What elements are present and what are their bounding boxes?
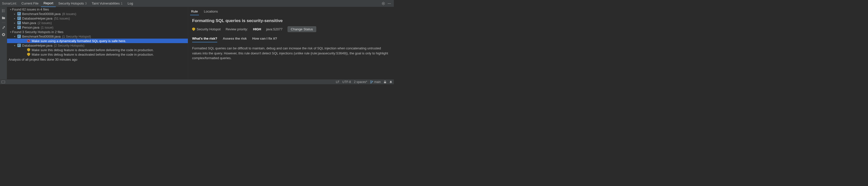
file-node[interactable]: ▸BenchmarkTest00008.java(8 issues) xyxy=(7,11,188,16)
issues-tree[interactable]: ▾Found 62 issues in 4 files▸BenchmarkTes… xyxy=(7,7,188,79)
node-label: BenchmarkTest00008.java xyxy=(22,12,61,16)
panel-label: SonarLint: xyxy=(2,1,17,5)
svg-point-5 xyxy=(370,82,371,83)
block-icon xyxy=(27,39,30,42)
node-label: Person.java xyxy=(22,26,39,29)
file-node[interactable]: ▸DatabaseHelper.java(51 issues) xyxy=(7,16,188,21)
cancel-icon[interactable] xyxy=(1,32,6,37)
node-label: Make sure using a dynamically formatted … xyxy=(32,39,126,43)
top-tab-security-hotspots[interactable]: Security Hotspots3 xyxy=(56,0,89,7)
svg-rect-7 xyxy=(384,82,386,83)
separator-icon xyxy=(2,23,5,23)
group-node[interactable]: ▾Found 62 issues in 4 files xyxy=(7,7,188,11)
folder-icon[interactable] xyxy=(1,15,6,20)
priority-value: HIGH xyxy=(253,27,261,31)
tree-view-icon[interactable] xyxy=(1,8,6,13)
top-tab-report[interactable]: Report xyxy=(41,0,56,7)
top-tab-taint-vulnerabilities[interactable]: Taint Vulnerabilities1 xyxy=(89,0,125,7)
sonarlint-tab-bar: SonarLint: Current FileReportSecurity Ho… xyxy=(0,0,394,7)
java-icon xyxy=(17,35,21,38)
expand-arrow[interactable]: ▸ xyxy=(13,22,16,24)
review-priority: Review priority: xyxy=(225,27,248,31)
tools-icon[interactable] xyxy=(1,25,6,30)
java-icon xyxy=(17,44,21,47)
expand-arrow[interactable]: ▸ xyxy=(13,26,16,29)
node-label: BenchmarkTest00008.java xyxy=(22,35,61,38)
change-status-button[interactable]: Change Status xyxy=(287,26,316,32)
node-meta: (51 issues) xyxy=(54,16,70,20)
tool-gutter xyxy=(0,7,7,79)
terminal-icon[interactable] xyxy=(1,81,5,83)
svg-point-0 xyxy=(2,9,3,10)
line-ending[interactable]: LF xyxy=(336,80,339,84)
sub-tab-what-s-the-risk-[interactable]: What's the risk? xyxy=(192,35,217,42)
rule-id: java:S2077 xyxy=(266,27,283,31)
file-node[interactable]: ▸Main.java(2 issues) xyxy=(7,21,188,25)
node-meta: (2 Security Hotspots) xyxy=(54,44,84,47)
svg-point-2 xyxy=(2,11,3,12)
node-label: Make sure this debug feature is deactiva… xyxy=(32,48,154,52)
java-icon xyxy=(17,16,21,20)
file-node[interactable]: ▸Person.java(1 issue) xyxy=(7,25,188,30)
expand-arrow[interactable]: ▾ xyxy=(13,35,16,38)
expand-arrow[interactable]: ▸ xyxy=(13,12,16,15)
rule-detail-panel: RuleLocations Formatting SQL queries is … xyxy=(188,7,394,79)
minimize-icon[interactable]: — xyxy=(387,1,392,6)
sub-tab-assess-the-risk[interactable]: Assess the risk xyxy=(223,35,247,42)
java-icon xyxy=(17,26,21,29)
svg-point-1 xyxy=(2,10,3,11)
node-label: Found 62 issues in 4 files xyxy=(12,7,49,11)
lock-icon[interactable] xyxy=(384,80,386,83)
expand-arrow[interactable]: ▸ xyxy=(13,17,16,20)
node-label: Found 3 Security Hotspots in 2 files xyxy=(12,30,64,34)
issue-item[interactable]: Make sure this debug feature is deactiva… xyxy=(7,52,188,57)
node-meta: (8 issues) xyxy=(62,12,76,16)
top-tab-current-file[interactable]: Current File xyxy=(19,0,41,7)
indent-info[interactable]: 2 spaces* xyxy=(354,80,367,84)
node-meta: (2 issues) xyxy=(38,21,52,25)
expand-arrow[interactable]: ▾ xyxy=(9,8,12,11)
rule-title: Formatting SQL queries is security-sensi… xyxy=(188,15,394,25)
node-label: DatabaseHelper.java xyxy=(22,44,53,47)
git-branch[interactable]: main xyxy=(370,80,381,84)
status-bar: LF UTF-8 2 spaces* main xyxy=(0,79,394,84)
analysis-status: Analysis of all project files done 30 mi… xyxy=(7,57,188,63)
svg-point-4 xyxy=(370,80,371,81)
sub-tab-how-can-i-fix-it-[interactable]: How can I fix it? xyxy=(252,35,277,42)
issue-item[interactable]: Make sure using a dynamically formatted … xyxy=(7,39,188,43)
issue-item[interactable]: Make sure this debug feature is deactiva… xyxy=(7,48,188,52)
detail-tab-locations[interactable]: Locations xyxy=(203,8,219,15)
shield-icon xyxy=(27,53,30,56)
shield-icon xyxy=(27,48,30,52)
node-label: DatabaseHelper.java xyxy=(22,16,53,20)
java-icon xyxy=(17,12,21,15)
java-icon xyxy=(17,21,21,25)
encoding[interactable]: UTF-8 xyxy=(342,80,351,84)
detail-tab-rule[interactable]: Rule xyxy=(190,8,199,15)
top-tab-log[interactable]: Log xyxy=(125,0,135,7)
node-label: Make sure this debug feature is deactiva… xyxy=(32,53,154,57)
gear-icon[interactable] xyxy=(381,1,386,6)
file-node[interactable]: ▾BenchmarkTest00008.java(1 Security Hots… xyxy=(7,34,188,39)
group-node[interactable]: ▾Found 3 Security Hotspots in 2 files xyxy=(7,30,188,34)
file-node[interactable]: ▾DatabaseHelper.java(2 Security Hotspots… xyxy=(7,43,188,48)
bell-icon[interactable] xyxy=(389,80,392,83)
shield-icon xyxy=(192,28,195,31)
expand-arrow[interactable]: ▾ xyxy=(13,44,16,47)
node-label: Main.java xyxy=(22,21,36,25)
svg-point-6 xyxy=(372,81,373,82)
hotspot-type: Security Hotspot xyxy=(192,27,220,31)
node-meta: (1 Security Hotspot) xyxy=(62,35,91,38)
node-meta: (1 issue) xyxy=(41,26,54,29)
rule-description: Formatted SQL queries can be difficult t… xyxy=(188,42,394,64)
expand-arrow[interactable]: ▾ xyxy=(9,31,12,33)
